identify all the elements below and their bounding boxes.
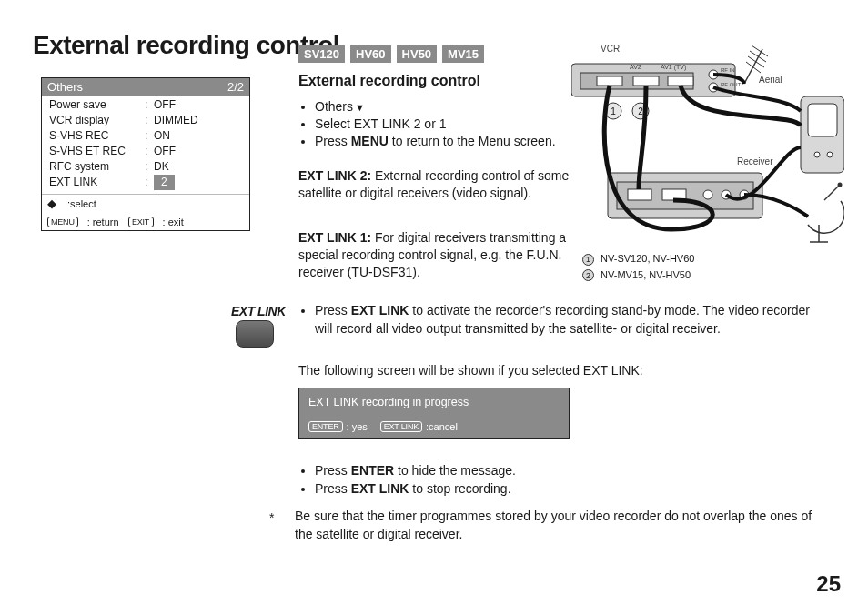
osd-header-page: 2/2 <box>227 80 244 94</box>
badge: HV60 <box>350 45 391 63</box>
extlink-key-icon: EXT LINK <box>380 421 422 432</box>
page-title: External recording control <box>33 31 339 60</box>
footnote-text: Be sure that the timer programmes stored… <box>295 509 812 541</box>
osd-row: RFC system : DK <box>42 159 249 175</box>
extlink2-paragraph: EXT LINK 2: External recording control o… <box>298 167 571 202</box>
connection-diagram: 1 2 VCR Aerial Receiver AV2 AV1 (TV) RF … <box>571 38 844 284</box>
label-vcr: VCR <box>601 44 620 54</box>
legend-num: 1 <box>582 254 594 266</box>
osd-row-selected: EXT LINK : 2 <box>42 175 249 190</box>
osd-row-value: DK <box>154 159 242 174</box>
osd-row-value: ON <box>154 128 242 143</box>
extlink-button-icon <box>236 320 274 348</box>
diagram-svg: 1 2 <box>571 38 844 275</box>
diagram-legend: 1 NV-SV120, NV-HV60 2 NV-MV15, NV-HV50 <box>582 251 694 283</box>
step-1: Others <box>315 98 571 116</box>
step-2: Select EXT LINK 2 or 1 <box>315 116 571 133</box>
osd-row-label: S-VHS REC <box>49 128 145 143</box>
legend-text: NV-SV120, NV-HV60 <box>601 253 694 264</box>
osd-row-value: OFF <box>154 144 242 158</box>
svg-line-4 <box>824 186 839 200</box>
svg-point-25 <box>703 190 712 199</box>
label-av2: AV2 <box>630 64 641 70</box>
badge: MV15 <box>442 45 484 63</box>
svg-rect-23 <box>628 189 651 200</box>
footer-exit: : exit <box>163 217 184 227</box>
step-bullets: Others Select EXT LINK 2 or 1 Press MENU… <box>298 98 571 150</box>
menu-key-icon: MENU <box>47 217 78 227</box>
osd-row-label: Power save <box>49 97 145 112</box>
label-receiver: Receiver <box>737 156 772 166</box>
svg-point-3 <box>827 152 833 157</box>
extlink1-paragraph: EXT LINK 1: For digital receivers transm… <box>298 229 571 281</box>
svg-point-5 <box>838 183 843 187</box>
badge: HV50 <box>397 45 438 63</box>
osd-row: Power save : OFF <box>42 96 249 112</box>
osd-header-title: Others <box>47 80 83 94</box>
legend-text: NV-MV15, NV-HV50 <box>601 269 691 280</box>
osd-row: S-VHS REC : ON <box>42 127 249 143</box>
svg-point-2 <box>814 152 820 157</box>
page-number: 25 <box>816 571 841 597</box>
diamond-icon <box>47 197 58 209</box>
svg-rect-16 <box>668 76 693 86</box>
extlink-button-label: EXT LINK <box>231 304 286 318</box>
svg-rect-1 <box>808 104 837 136</box>
osd-row-label: VCR display <box>49 113 145 127</box>
enter-key-icon: ENTER <box>308 421 343 432</box>
svg-text:1: 1 <box>611 106 616 116</box>
label-rfin: RF IN <box>721 67 735 73</box>
osd2-footer: ENTER : yes EXT LINK :cancel <box>308 421 560 432</box>
badge: SV120 <box>298 45 345 63</box>
osd-row-label: S-VHS ET REC <box>49 144 145 158</box>
legend-num: 2 <box>582 269 594 281</box>
osd-extlink-progress: EXT LINK recording in progress ENTER : y… <box>298 388 570 439</box>
after-osd-bullets: Press ENTER to hide the message. Press E… <box>298 462 812 498</box>
legend-row: 2 NV-MV15, NV-HV50 <box>582 267 694 284</box>
footnote: * Be sure that the timer programmes stor… <box>282 508 814 543</box>
osd-body: Power save : OFF VCR display : DIMMED S-… <box>42 96 249 194</box>
osd2-title: EXT LINK recording in progress <box>308 396 560 408</box>
svg-text:2: 2 <box>638 106 643 116</box>
osd-row-value: 2 <box>154 175 242 189</box>
section-title: External recording control <box>298 73 480 89</box>
svg-line-10 <box>748 56 764 67</box>
osd-others-menu: Others 2/2 Power save : OFF VCR display … <box>41 77 250 231</box>
asterisk-icon: * <box>269 509 274 528</box>
osd-footer: :select MENU : return EXIT : exit <box>42 194 249 230</box>
bullet-enter: Press ENTER to hide the message. <box>315 462 812 480</box>
osd-header: Others 2/2 <box>42 78 249 96</box>
label-rfout: RF OUT <box>721 82 741 87</box>
osd-row-value: DIMMED <box>154 113 242 127</box>
osd-row-label: EXT LINK <box>49 175 145 189</box>
footer-return: : return <box>87 217 119 227</box>
footer-select: :select <box>67 198 96 209</box>
svg-rect-15 <box>633 76 659 86</box>
exit-key-icon: EXIT <box>128 217 154 227</box>
activate-paragraph: Press EXT LINK to activate the recorder'… <box>298 302 812 338</box>
legend-row: 1 NV-SV120, NV-HV60 <box>582 251 694 267</box>
osd2-yes: : yes <box>347 421 368 432</box>
bullet-extlink: Press EXT LINK to stop recording. <box>315 480 812 499</box>
label-av1: AV1 (TV) <box>661 64 686 70</box>
model-badges: SV120 HV60 HV50 MV15 <box>298 45 484 63</box>
osd-row-label: RFC system <box>49 159 145 174</box>
step-3: Press MENU to return to the Menu screen. <box>315 133 571 150</box>
osd-row: VCR display : DIMMED <box>42 112 249 127</box>
svg-line-9 <box>750 51 766 62</box>
svg-rect-14 <box>597 76 622 86</box>
osd-row-value: OFF <box>154 97 242 112</box>
label-aerial: Aerial <box>759 75 782 85</box>
osd-row: S-VHS ET REC : OFF <box>42 144 249 159</box>
screen-intro: The following screen will be shown if yo… <box>298 362 812 380</box>
osd2-cancel: :cancel <box>426 421 458 432</box>
